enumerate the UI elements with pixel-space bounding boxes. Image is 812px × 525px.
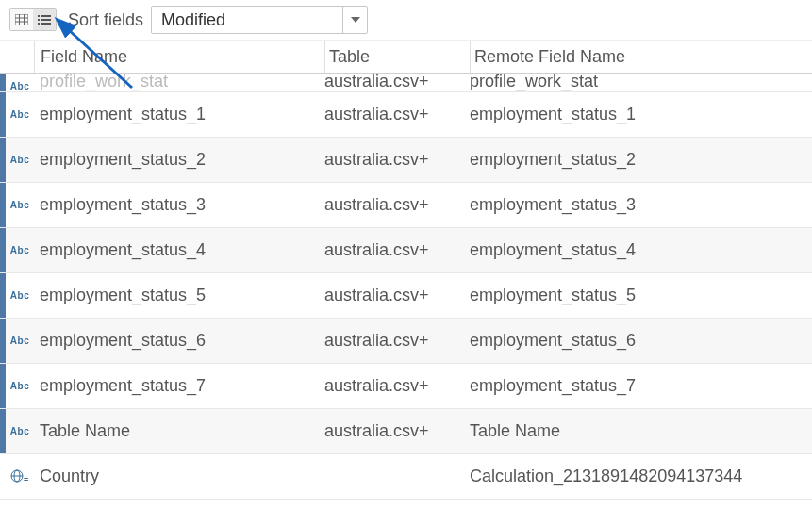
table-row[interactable]: Abcprofile_work_stataustralia.csv+profil… bbox=[0, 74, 812, 92]
table-cell: australia.csv+ bbox=[324, 105, 470, 124]
globe-calc-icon: = bbox=[10, 469, 29, 484]
sort-dropdown[interactable]: Modified bbox=[151, 6, 368, 34]
list-view-button[interactable] bbox=[33, 9, 56, 30]
remote-field-cell: Table Name bbox=[470, 421, 812, 441]
sort-fields-label: Sort fields bbox=[68, 10, 143, 30]
view-toggle bbox=[9, 8, 57, 31]
type-cell: Abc bbox=[6, 381, 34, 391]
table-cell: australia.csv+ bbox=[324, 195, 470, 215]
remote-field-cell: employment_status_4 bbox=[470, 240, 812, 260]
abc-type-icon: Abc bbox=[10, 290, 29, 301]
table-row[interactable]: Abcemployment_status_4australia.csv+empl… bbox=[0, 228, 812, 273]
abc-type-icon: Abc bbox=[10, 155, 29, 165]
svg-rect-1 bbox=[15, 14, 28, 25]
field-name-cell: Country bbox=[34, 467, 324, 486]
col-header-table[interactable]: Table bbox=[324, 41, 470, 73]
remote-field-cell: Calculation_2131891482094137344 bbox=[470, 467, 812, 486]
abc-type-icon: Abc bbox=[10, 245, 29, 255]
table-row[interactable]: Abcemployment_status_1australia.csv+empl… bbox=[0, 92, 812, 138]
remote-field-cell: employment_status_7 bbox=[470, 376, 812, 396]
sort-dropdown-caret[interactable] bbox=[342, 7, 367, 33]
table-cell: australia.csv+ bbox=[324, 74, 470, 91]
table-cell: australia.csv+ bbox=[324, 331, 470, 351]
abc-type-icon: Abc bbox=[10, 426, 29, 436]
list-icon bbox=[38, 14, 51, 25]
table-row[interactable]: Abcemployment_status_5australia.csv+empl… bbox=[0, 273, 812, 319]
table-cell: australia.csv+ bbox=[324, 376, 470, 396]
type-cell: Abc bbox=[6, 426, 34, 436]
type-cell: Abc bbox=[6, 155, 34, 165]
abc-type-icon: Abc bbox=[10, 381, 29, 391]
type-cell: Abc bbox=[6, 336, 34, 346]
col-header-remote[interactable]: Remote Field Name bbox=[470, 41, 812, 73]
grid-body: Abcprofile_work_stataustralia.csv+profil… bbox=[0, 74, 812, 500]
chevron-down-icon bbox=[351, 17, 360, 23]
abc-type-icon: Abc bbox=[10, 336, 29, 346]
abc-type-icon: Abc bbox=[10, 81, 29, 91]
table-row[interactable]: =CountryCalculation_2131891482094137344 bbox=[0, 454, 812, 500]
remote-field-cell: employment_status_3 bbox=[470, 195, 812, 215]
remote-field-cell: profile_work_stat bbox=[470, 74, 812, 91]
abc-type-icon: Abc bbox=[10, 200, 29, 210]
field-name-cell: employment_status_7 bbox=[34, 376, 324, 396]
field-name-cell: employment_status_3 bbox=[34, 195, 324, 215]
abc-type-icon: Abc bbox=[10, 109, 29, 120]
field-name-cell: employment_status_2 bbox=[34, 150, 324, 170]
table-cell: australia.csv+ bbox=[324, 421, 470, 441]
col-header-field[interactable]: Field Name bbox=[34, 41, 324, 73]
field-name-cell: profile_work_stat bbox=[34, 74, 324, 91]
remote-field-cell: employment_status_1 bbox=[470, 105, 812, 124]
fields-grid: Field Name Table Remote Field Name Abcpr… bbox=[0, 41, 812, 500]
table-cell: australia.csv+ bbox=[324, 240, 470, 260]
table-row[interactable]: AbcTable Nameaustralia.csv+Table Name bbox=[0, 409, 812, 454]
table-row[interactable]: Abcemployment_status_7australia.csv+empl… bbox=[0, 364, 812, 409]
type-cell: Abc bbox=[6, 200, 34, 210]
toolbar: Sort fields Modified bbox=[0, 0, 812, 41]
field-name-cell: employment_status_6 bbox=[34, 331, 324, 351]
grid-view-button[interactable] bbox=[10, 9, 33, 30]
type-cell: Abc bbox=[6, 109, 34, 120]
table-row[interactable]: Abcemployment_status_3australia.csv+empl… bbox=[0, 183, 812, 228]
remote-field-cell: employment_status_6 bbox=[470, 331, 812, 351]
field-name-cell: employment_status_5 bbox=[34, 286, 324, 305]
table-row[interactable]: Abcemployment_status_6australia.csv+empl… bbox=[0, 319, 812, 364]
grid-icon bbox=[15, 14, 28, 25]
field-name-cell: employment_status_4 bbox=[34, 240, 324, 260]
table-cell: australia.csv+ bbox=[324, 150, 470, 170]
field-name-cell: Table Name bbox=[34, 421, 324, 441]
remote-field-cell: employment_status_5 bbox=[470, 286, 812, 305]
field-name-cell: employment_status_1 bbox=[34, 105, 324, 124]
type-cell: = bbox=[6, 469, 34, 484]
grid-header: Field Name Table Remote Field Name bbox=[0, 41, 812, 74]
table-cell: australia.csv+ bbox=[324, 286, 470, 305]
table-row[interactable]: Abcemployment_status_2australia.csv+empl… bbox=[0, 138, 812, 183]
remote-field-cell: employment_status_2 bbox=[470, 150, 812, 170]
type-cell: Abc bbox=[6, 81, 34, 91]
type-cell: Abc bbox=[6, 290, 34, 301]
sort-dropdown-value: Modified bbox=[152, 7, 342, 33]
type-cell: Abc bbox=[6, 245, 34, 255]
